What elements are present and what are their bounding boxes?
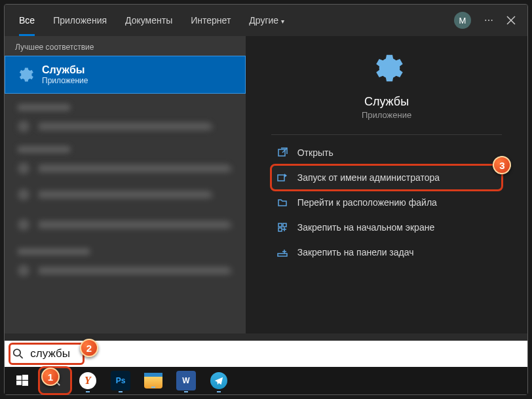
pin-taskbar-icon [276, 246, 288, 258]
action-run-as-admin[interactable]: Запуск от имени администратора 3 [271, 165, 503, 190]
taskbar-app-yandex[interactable]: Y [73, 368, 103, 393]
svg-rect-3 [278, 175, 284, 181]
preview-subtitle: Приложение [362, 110, 411, 120]
other-results-blurred: › › › › › [5, 94, 246, 288]
best-match-label: Лучшее соответствие [5, 36, 246, 56]
tab-other[interactable]: Другие▾ [240, 5, 294, 36]
svg-rect-4 [278, 223, 282, 227]
taskbar-app-photoshop[interactable]: Ps [105, 368, 136, 393]
result-subtitle: Приложение [42, 76, 88, 85]
taskbar-app-explorer[interactable] [138, 368, 168, 393]
tab-all[interactable]: Все [10, 5, 44, 36]
tab-documents[interactable]: Документы [116, 5, 181, 36]
action-pin-taskbar[interactable]: Закрепить на панели задач [271, 240, 503, 265]
result-title: Службы [42, 64, 88, 76]
search-input[interactable] [30, 347, 520, 360]
tab-apps[interactable]: Приложения [44, 5, 116, 36]
close-icon [506, 16, 516, 25]
word-icon: W [176, 371, 196, 390]
taskbar-app-word[interactable]: W [171, 368, 201, 393]
taskbar: Y Ps W [5, 367, 527, 394]
action-label: Закрепить на начальном экране [297, 222, 435, 233]
preview-pane: Службы Приложение Открыть Запуск от имен… [246, 36, 527, 333]
svg-rect-6 [278, 228, 282, 231]
svg-rect-10 [16, 375, 22, 380]
svg-rect-12 [16, 381, 22, 385]
photoshop-icon: Ps [111, 371, 130, 390]
body: Лучшее соответствие Службы Приложение › … [5, 36, 527, 333]
pin-start-icon [276, 221, 288, 233]
taskbar-app-telegram[interactable] [204, 368, 234, 393]
divider [271, 134, 503, 135]
gear-icon [369, 50, 404, 86]
preview-title: Службы [364, 95, 409, 109]
telegram-icon [210, 372, 227, 389]
action-pin-start[interactable]: Закрепить на начальном экране [271, 215, 503, 240]
start-button[interactable] [7, 368, 37, 393]
tab-other-label: Другие [249, 15, 278, 26]
svg-rect-7 [278, 254, 287, 256]
best-match-result[interactable]: Службы Приложение [5, 56, 246, 94]
annotation-badge-3: 3 [493, 156, 511, 174]
tab-web[interactable]: Интернет [181, 5, 240, 36]
close-button[interactable] [500, 9, 522, 31]
file-explorer-icon [144, 373, 162, 389]
user-avatar[interactable]: M [454, 12, 471, 29]
svg-rect-13 [22, 381, 28, 386]
windows-icon [16, 375, 28, 387]
svg-rect-5 [283, 223, 286, 227]
action-label: Закрепить на панели задач [297, 247, 414, 257]
header-tabs: Все Приложения Документы Интернет Другие… [5, 5, 527, 36]
actions-list: Открыть Запуск от имени администратора 3… [271, 140, 503, 265]
action-open[interactable]: Открыть [271, 140, 503, 165]
admin-icon [276, 172, 288, 183]
open-icon [276, 147, 288, 159]
annotation-badge-2: 2 [80, 339, 98, 357]
action-label: Перейти к расположению файла [297, 197, 437, 208]
action-open-location[interactable]: Перейти к расположению файла [271, 190, 503, 215]
gear-icon [16, 66, 34, 84]
svg-rect-11 [22, 375, 28, 380]
more-button[interactable]: ⋯ [478, 9, 500, 31]
svg-point-8 [14, 349, 20, 356]
action-label: Открыть [297, 147, 333, 158]
svg-line-9 [20, 356, 22, 358]
annotation-badge-1: 1 [41, 368, 60, 386]
yandex-icon: Y [79, 372, 96, 389]
folder-icon [276, 197, 288, 208]
results-pane: Лучшее соответствие Службы Приложение › … [5, 36, 246, 333]
start-search-panel: Все Приложения Документы Интернет Другие… [4, 4, 528, 395]
action-label: Запуск от имени администратора [297, 172, 440, 183]
search-icon [12, 348, 24, 360]
chevron-down-icon: ▾ [281, 18, 284, 25]
